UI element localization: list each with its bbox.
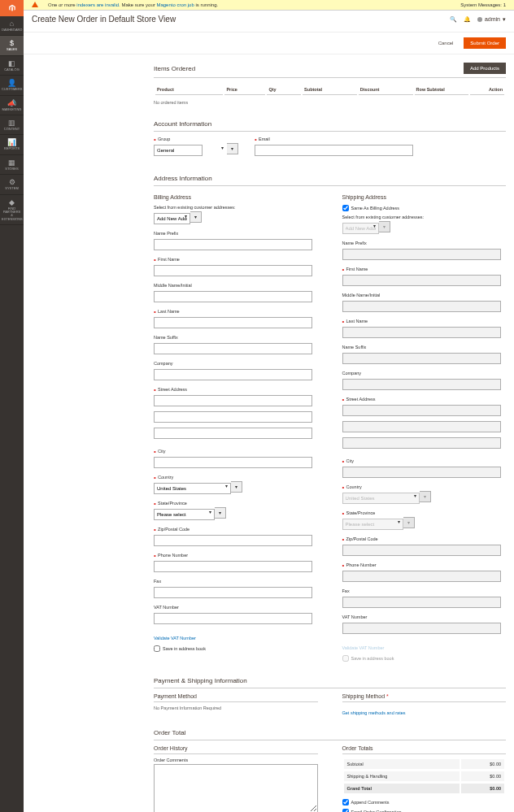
billing-street-3-input[interactable] (154, 428, 312, 439)
email-input[interactable] (255, 145, 413, 156)
system-message-text: One or more indexers are invalid. Make s… (48, 2, 218, 7)
billing-existing-select[interactable]: Add New Address (154, 213, 190, 224)
shipping-existing-select: Add New Address (342, 223, 379, 234)
shipping-fax-input (342, 597, 501, 608)
shipping-zip-input (342, 545, 501, 556)
sidebar-item-content[interactable]: ▥CONTENT (0, 115, 24, 135)
catalog-icon: ◧ (2, 59, 22, 67)
vat-label: VAT Number (154, 605, 318, 610)
subtotal-value: $0.00 (461, 759, 504, 770)
search-icon[interactable]: 🔍 (450, 16, 457, 23)
indexers-link[interactable]: indexers are invalid (76, 2, 119, 7)
billing-name-suffix-input[interactable] (154, 343, 312, 354)
cron-link[interactable]: Magento cron job (156, 2, 194, 7)
same-as-billing-checkbox[interactable] (342, 205, 349, 211)
notifications-icon[interactable]: 🔔 (464, 16, 471, 23)
validate-vat-link-billing[interactable]: Validate VAT Number (154, 636, 196, 640)
group-label: Group (154, 137, 238, 141)
order-comments-label: Order Comments (154, 758, 318, 762)
order-totals-title: Order Totals (342, 745, 507, 754)
email-label: Email (255, 137, 413, 141)
email-confirmation[interactable]: Email Order Confirmation (342, 809, 507, 812)
add-products-button[interactable]: Add Products (464, 63, 506, 74)
page-title: Create New Order in Default Store View (32, 15, 176, 24)
name-suffix-label-s: Name Suffix (342, 345, 507, 350)
sidebar-item-marketing[interactable]: 📣MARKETING (0, 96, 24, 115)
billing-first-name-input[interactable] (154, 265, 312, 276)
shipping-method-title: Shipping Method * (342, 693, 507, 702)
shipping-city-input (342, 467, 501, 478)
billing-country-select[interactable]: United States (154, 483, 231, 494)
billing-save-checkbox[interactable] (154, 645, 160, 652)
billing-fax-input[interactable] (154, 587, 312, 598)
first-name-label-s: First Name (342, 267, 507, 271)
chevron-down-icon[interactable]: ▾ (215, 507, 226, 519)
sidebar-item-system[interactable]: ⚙SYSTEM (0, 175, 24, 194)
order-comments-textarea[interactable] (154, 764, 318, 812)
billing-address-title: Billing Address (154, 194, 318, 200)
street-label: Street Address (154, 387, 318, 392)
grand-total-value: $0.00 (461, 784, 504, 794)
sidebar-item-reports[interactable]: 📊REPORTS (0, 135, 24, 154)
shipping-address-column: Shipping Address Same As Billing Address… (342, 191, 507, 665)
chevron-down-icon: ▾ (420, 491, 431, 502)
shipping-value: $0.00 (461, 771, 504, 782)
magento-logo[interactable] (0, 0, 24, 16)
billing-city-input[interactable] (154, 457, 312, 468)
billing-last-name-input[interactable] (154, 317, 312, 328)
city-label-s: City (342, 458, 507, 463)
chevron-down-icon[interactable]: ▾ (190, 211, 202, 223)
stores-icon: ▦ (2, 158, 22, 167)
shipping-label: Shipping & Handling (344, 771, 460, 782)
billing-company-input[interactable] (154, 369, 312, 380)
append-comments-checkbox[interactable] (342, 799, 349, 805)
cancel-button[interactable]: Cancel (433, 37, 460, 49)
user-menu[interactable]: admin ▾ (477, 16, 506, 23)
shipping-country-select: United States (342, 493, 420, 504)
billing-phone-input[interactable] (154, 561, 312, 572)
validate-vat-link-shipping: Validate VAT Number (342, 645, 385, 650)
billing-save-addressbook[interactable]: Save in address book (154, 645, 318, 652)
sidebar-item-dashboard[interactable]: ⌂DASHBOARD (0, 16, 24, 36)
group-select[interactable]: General (154, 145, 203, 156)
billing-street-1-input[interactable] (154, 395, 312, 406)
street-label-s: Street Address (342, 397, 507, 402)
shipping-street-3-input (342, 437, 501, 449)
same-as-billing[interactable]: Same As Billing Address (342, 205, 507, 211)
get-shipping-link[interactable]: Get shipping methods and rates (342, 710, 406, 715)
chevron-down-icon[interactable]: ▾ (227, 143, 238, 154)
select-existing-label-shipping: Select from existing customer addresses: (342, 215, 507, 219)
action-bar: Cancel Submit Order (24, 32, 514, 54)
admin-sidebar: ⌂DASHBOARD $SALES ◧CATALOG 👤CUSTOMERS 📣M… (0, 0, 24, 812)
billing-vat-input[interactable] (154, 613, 312, 624)
billing-address-column: Billing Address Select from existing cus… (154, 191, 318, 665)
col-subtotal: Subtotal (303, 85, 357, 95)
name-prefix-label-s: Name Prefix (342, 241, 507, 245)
email-confirmation-checkbox[interactable] (342, 809, 349, 812)
billing-zip-input[interactable] (154, 535, 312, 546)
name-prefix-label: Name Prefix (154, 231, 318, 236)
sidebar-item-partners[interactable]: ◆FIND PARTNERS & EXTENSIONS (0, 195, 24, 226)
fax-label-s: Fax (342, 588, 507, 593)
middle-label-s: Middle Name/Initial (342, 293, 507, 297)
billing-state-select[interactable]: Please select (154, 509, 215, 520)
submit-order-button[interactable]: Submit Order (464, 37, 506, 49)
sidebar-item-catalog[interactable]: ◧CATALOG (0, 56, 24, 76)
name-suffix-label: Name Suffix (154, 335, 318, 340)
shipping-name-suffix-input (342, 353, 501, 364)
subtotal-label: Subtotal (344, 759, 460, 770)
shipping-first-name-input (342, 275, 501, 286)
sidebar-item-customers[interactable]: 👤CUSTOMERS (0, 76, 24, 95)
chevron-down-icon[interactable]: ▾ (231, 481, 242, 493)
append-comments[interactable]: Append Comments (342, 799, 507, 805)
sidebar-item-sales[interactable]: $SALES (0, 36, 24, 55)
billing-name-prefix-input[interactable] (154, 239, 312, 250)
address-info-title: Address Information (154, 175, 506, 186)
sidebar-item-stores[interactable]: ▦STORES (0, 155, 24, 175)
warning-icon (32, 2, 38, 7)
system-message-count[interactable]: System Messages: 1 (460, 2, 506, 7)
fax-label: Fax (154, 579, 318, 584)
billing-street-2-input[interactable] (154, 411, 312, 423)
billing-middle-input[interactable] (154, 291, 312, 302)
system-icon: ⚙ (2, 178, 22, 186)
